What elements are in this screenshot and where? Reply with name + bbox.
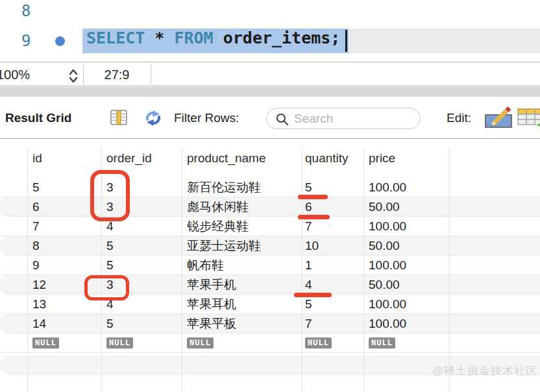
- cell-quantity[interactable]: 4: [305, 275, 312, 294]
- cell-quantity[interactable]: 10: [305, 236, 319, 255]
- cell-product-name[interactable]: 锐步经典鞋: [187, 217, 249, 236]
- line-number-8: 8: [21, 2, 31, 20]
- cell-id[interactable]: 8: [32, 236, 40, 255]
- up-down-chevrons-icon: [68, 67, 79, 84]
- cell-product-name[interactable]: 新百伦运动鞋: [187, 178, 261, 197]
- sql-keyword: FROM: [174, 29, 213, 47]
- line-number-9: 9: [21, 32, 31, 50]
- sql-editor[interactable]: 8 9 SELECT * FROM order_items;: [0, 0, 540, 62]
- zoom-stepper[interactable]: [68, 67, 79, 87]
- cell-order-id[interactable]: 5: [106, 314, 114, 333]
- cell-price[interactable]: 100.00: [369, 295, 406, 313]
- refresh-icon: [143, 108, 163, 128]
- cell-price[interactable]: 50.00: [369, 236, 400, 255]
- cell-order-id[interactable]: 3: [106, 178, 114, 197]
- table-with-green-plus-icon: [517, 107, 540, 129]
- sql-operator: *: [145, 29, 174, 47]
- column-separator: [182, 147, 182, 392]
- grid-view-button[interactable]: [110, 110, 127, 128]
- column-header-product-name[interactable]: product_name: [187, 149, 265, 168]
- table-row[interactable]: 85亚瑟士运动鞋1050.00: [0, 236, 540, 256]
- cell-id[interactable]: 12: [32, 275, 46, 294]
- divider: [83, 65, 84, 84]
- null-badge[interactable]: NULL: [32, 337, 59, 349]
- null-badge[interactable]: NULL: [305, 337, 332, 349]
- cell-product-name[interactable]: 苹果手机: [187, 275, 236, 294]
- table-row[interactable]: 134苹果耳机5100.00: [0, 295, 540, 314]
- panel-divider-strip: [0, 87, 540, 97]
- cell-id[interactable]: 7: [32, 217, 40, 236]
- cell-id[interactable]: 14: [32, 314, 46, 333]
- cell-price[interactable]: 100.00: [369, 256, 406, 275]
- cell-product-name[interactable]: 彪马休闲鞋: [187, 197, 249, 216]
- cursor-position: 27:9: [88, 63, 146, 86]
- cell-id[interactable]: 6: [32, 197, 40, 216]
- cell-product-name[interactable]: 帆布鞋: [187, 256, 224, 275]
- null-badge[interactable]: NULL: [369, 337, 395, 349]
- text-cursor: [345, 30, 347, 52]
- new-record-row[interactable]: NULLNULLNULLNULLNULL: [0, 334, 540, 353]
- cell-product-name[interactable]: 苹果平板: [187, 314, 236, 333]
- divider: [151, 65, 151, 84]
- editor-status-bar: [0, 63, 540, 86]
- column-separator: [363, 147, 364, 392]
- filter-rows-label: Filter Rows:: [174, 111, 239, 125]
- cell-price[interactable]: 50.00: [369, 275, 400, 294]
- column-separator: [449, 147, 450, 392]
- current-line-highlight: [349, 29, 540, 53]
- cell-quantity[interactable]: 5: [305, 295, 312, 313]
- column-header-id[interactable]: id: [32, 149, 42, 168]
- cell-quantity[interactable]: 7: [305, 314, 312, 333]
- pencil-icon: [484, 106, 513, 130]
- sql-statement[interactable]: SELECT * FROM order_items;: [86, 29, 340, 53]
- edit-record-button[interactable]: [484, 106, 513, 132]
- cell-id[interactable]: 9: [32, 256, 40, 275]
- add-row-button[interactable]: [517, 107, 540, 132]
- filter-search-box[interactable]: [266, 108, 421, 129]
- column-separator: [302, 147, 302, 392]
- column-header-price[interactable]: price: [369, 149, 395, 168]
- table-row[interactable]: 123苹果手机450.00: [0, 275, 540, 295]
- cell-quantity[interactable]: 7: [305, 217, 312, 236]
- table-row[interactable]: 95帆布鞋1100.00: [0, 256, 540, 275]
- cell-price[interactable]: 50.00: [369, 197, 400, 216]
- cell-order-id[interactable]: 3: [106, 275, 114, 294]
- cell-order-id[interactable]: 4: [106, 217, 114, 236]
- result-grid-rows: 53新百伦运动鞋5100.00 63彪马休闲鞋650.00 74锐步经典鞋710…: [0, 178, 540, 353]
- table-row[interactable]: 53新百伦运动鞋5100.00: [0, 178, 540, 197]
- column-header-order-id[interactable]: order_id: [106, 149, 152, 168]
- cell-order-id[interactable]: 3: [106, 197, 114, 216]
- watermark-text: @稀土掘金技术社区: [432, 363, 537, 378]
- cell-order-id[interactable]: 4: [106, 295, 114, 313]
- result-grid-title: Result Grid: [5, 111, 71, 125]
- table-grid-icon: [110, 110, 127, 125]
- cell-quantity[interactable]: 5: [305, 178, 312, 197]
- table-row[interactable]: 63彪马休闲鞋650.00: [0, 197, 540, 217]
- sql-identifier: order_items;: [214, 29, 341, 47]
- sql-keyword: SELECT: [86, 29, 145, 47]
- cell-id[interactable]: 13: [32, 295, 46, 313]
- column-header-quantity[interactable]: quantity: [305, 149, 349, 168]
- cell-id[interactable]: 5: [32, 178, 40, 197]
- null-badge[interactable]: NULL: [187, 337, 214, 349]
- refresh-button[interactable]: [143, 108, 163, 130]
- search-icon: [275, 112, 289, 127]
- cell-price[interactable]: 100.00: [369, 217, 406, 236]
- table-row[interactable]: 145苹果平板7100.00: [0, 314, 540, 334]
- column-separator: [101, 147, 102, 392]
- edit-label: Edit:: [447, 111, 471, 125]
- cell-order-id[interactable]: 5: [106, 236, 114, 255]
- zoom-level: 100%: [0, 63, 30, 86]
- column-separator: [27, 147, 28, 392]
- search-input[interactable]: [294, 109, 414, 128]
- cell-price[interactable]: 100.00: [369, 314, 406, 333]
- cell-product-name[interactable]: 苹果耳机: [187, 295, 236, 313]
- null-badge[interactable]: NULL: [106, 337, 133, 349]
- cell-quantity[interactable]: 6: [305, 197, 312, 216]
- cell-quantity[interactable]: 1: [305, 256, 312, 275]
- mysql-workbench-result-panel: 8 9 SELECT * FROM order_items; 100% 27:9…: [0, 0, 540, 392]
- table-row[interactable]: 74锐步经典鞋7100.00: [0, 217, 540, 236]
- cell-order-id[interactable]: 5: [106, 256, 114, 275]
- cell-price[interactable]: 100.00: [369, 178, 406, 197]
- cell-product-name[interactable]: 亚瑟士运动鞋: [187, 236, 261, 255]
